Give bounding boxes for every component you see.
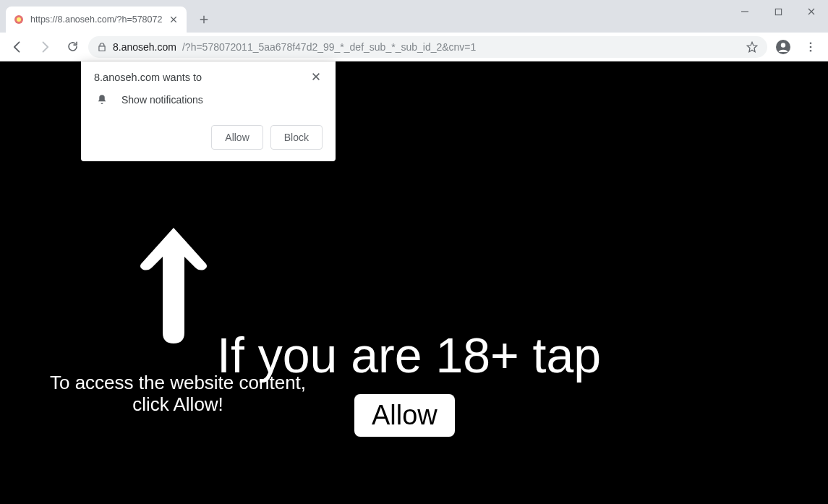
window-titlebar: https://8.anoseh.com/?h=578072	[0, 0, 828, 33]
permission-item-label: Show notifications	[121, 94, 203, 106]
arrow-up-icon	[134, 221, 213, 354]
svg-point-7	[810, 49, 812, 51]
window-controls	[728, 0, 828, 23]
minimize-button[interactable]	[728, 0, 761, 23]
bookmark-star-icon[interactable]	[746, 40, 759, 54]
age-headline: If you are 18+ tap	[217, 327, 601, 383]
new-tab-button[interactable]	[194, 9, 214, 30]
svg-point-1	[17, 17, 21, 22]
maximize-button[interactable]	[761, 0, 795, 23]
url-path: /?h=578072011_5aa678f47d2_99_*_def_sub_*…	[182, 41, 476, 53]
permission-item: Show notifications	[95, 93, 323, 106]
tab-close-icon[interactable]	[168, 14, 179, 25]
url-host: 8.anoseh.com	[113, 41, 176, 53]
permission-block-button[interactable]: Block	[270, 125, 323, 150]
close-window-button[interactable]	[795, 0, 828, 23]
bell-icon	[95, 93, 108, 106]
favicon-icon	[13, 14, 25, 25]
reload-button[interactable]	[61, 35, 84, 59]
svg-rect-2	[775, 9, 781, 14]
tab-title: https://8.anoseh.com/?h=578072	[30, 14, 162, 25]
permission-actions: Allow Block	[94, 125, 323, 150]
instruction-line2: click Allow!	[132, 393, 223, 415]
back-button[interactable]	[6, 35, 29, 59]
tab-strip: https://8.anoseh.com/?h=578072	[0, 0, 214, 33]
svg-point-4	[781, 43, 785, 47]
permission-allow-button[interactable]: Allow	[211, 125, 263, 150]
svg-point-5	[810, 42, 812, 44]
profile-avatar-button[interactable]	[772, 35, 795, 59]
notification-permission-popup: 8.anoseh.com wants to Show notifications…	[81, 61, 336, 161]
permission-title: 8.anoseh.com wants to	[94, 72, 202, 83]
svg-point-6	[810, 46, 812, 48]
browser-toolbar: 8.anoseh.com/?h=578072011_5aa678f47d2_99…	[0, 33, 828, 61]
page-allow-button[interactable]: Allow	[354, 394, 455, 437]
forward-button[interactable]	[33, 35, 56, 59]
address-bar[interactable]: 8.anoseh.com/?h=578072011_5aa678f47d2_99…	[88, 36, 767, 58]
browser-tab[interactable]: https://8.anoseh.com/?h=578072	[6, 7, 187, 33]
permission-close-icon[interactable]	[311, 72, 323, 83]
kebab-menu-button[interactable]	[799, 35, 822, 59]
lock-icon	[97, 42, 107, 52]
